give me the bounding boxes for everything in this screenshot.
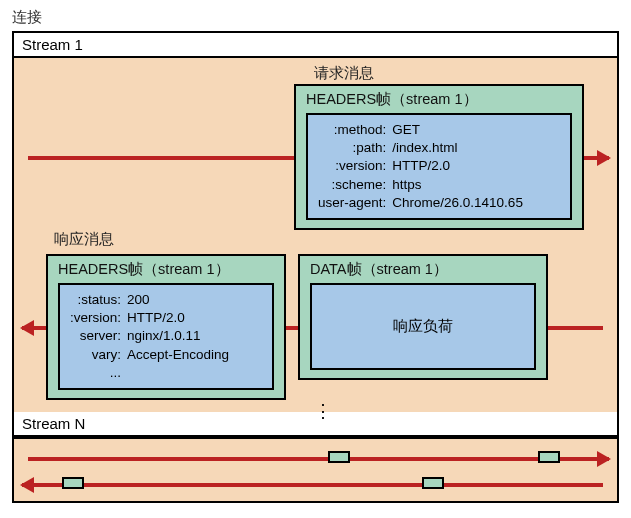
frame-title: DATA帧（stream 1）: [310, 260, 536, 279]
request-label: 请求消息: [314, 64, 374, 83]
stream1-header: Stream 1: [14, 33, 617, 58]
field-value: https: [392, 176, 523, 194]
field-value: 200: [127, 291, 229, 309]
field-value: [127, 364, 229, 382]
mini-frame: [62, 477, 84, 489]
field-key: :scheme:: [318, 176, 392, 194]
field-key: :version:: [70, 309, 127, 327]
response-headers-frame: HEADERS帧（stream 1） :status:200:version:H…: [46, 254, 286, 400]
field-key: user-agent:: [318, 194, 392, 212]
field-value: GET: [392, 121, 523, 139]
frame-title: HEADERS帧（stream 1）: [58, 260, 274, 279]
streamN-body: [14, 437, 617, 501]
vertical-dots-icon: ⋮: [314, 406, 332, 416]
streamN-header: Stream N ⋮: [14, 412, 617, 437]
response-data-frame: DATA帧（stream 1） 响应负荷: [298, 254, 548, 380]
response-label: 响应消息: [54, 230, 114, 249]
field-key: :method:: [318, 121, 392, 139]
field-key: :path:: [318, 139, 392, 157]
field-key: vary:: [70, 346, 127, 364]
mini-frame: [422, 477, 444, 489]
field-value: Chrome/26.0.1410.65: [392, 194, 523, 212]
frame-body: :method:GET:path:/index.html:version:HTT…: [306, 113, 572, 220]
field-value: nginx/1.0.11: [127, 327, 229, 345]
field-value: /index.html: [392, 139, 523, 157]
streamN-header-text: Stream N: [22, 415, 85, 432]
connection-label: 连接: [12, 8, 619, 27]
field-key: server:: [70, 327, 127, 345]
stream1-body: 请求消息 响应消息 HEADERS帧（stream 1） :method:GET…: [14, 58, 617, 412]
field-value: HTTP/2.0: [127, 309, 229, 327]
field-key: :status:: [70, 291, 127, 309]
mini-frame: [538, 451, 560, 463]
data-payload: 响应负荷: [310, 283, 536, 370]
field-value: HTTP/2.0: [392, 157, 523, 175]
frame-title: HEADERS帧（stream 1）: [306, 90, 572, 109]
field-key: ...: [70, 364, 127, 382]
frame-body: :status:200:version:HTTP/2.0server:nginx…: [58, 283, 274, 390]
field-value: Accept-Encoding: [127, 346, 229, 364]
request-headers-frame: HEADERS帧（stream 1） :method:GET:path:/ind…: [294, 84, 584, 230]
field-key: :version:: [318, 157, 392, 175]
connection-box: Stream 1 请求消息 响应消息 HEADERS帧（stream 1） :m…: [12, 31, 619, 503]
diagram-canvas: 连接 Stream 1 请求消息 响应消息 HEADERS帧（stream 1）…: [0, 0, 631, 518]
mini-frame: [328, 451, 350, 463]
